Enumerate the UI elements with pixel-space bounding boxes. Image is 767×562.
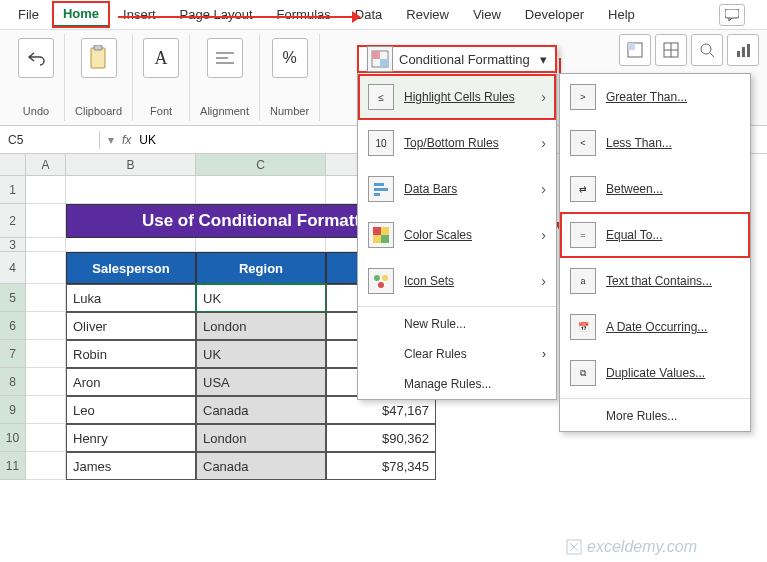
table-cell[interactable]: London <box>196 312 326 340</box>
sub-text-contains[interactable]: aText that Contains... <box>560 258 750 304</box>
cf-data-bars[interactable]: Data Bars › <box>358 166 556 212</box>
equal-icon: = <box>570 222 596 248</box>
conditional-formatting-menu: ≤ Highlight Cells Rules › 10 Top/Bottom … <box>357 45 557 400</box>
sub-date-occurring[interactable]: 📅A Date Occurring... <box>560 304 750 350</box>
svg-rect-22 <box>373 227 381 235</box>
sub-duplicate-values[interactable]: ⧉Duplicate Values... <box>560 350 750 396</box>
table-cell[interactable]: Luka <box>66 284 196 312</box>
cf-top-bottom-rules[interactable]: 10 Top/Bottom Rules › <box>358 120 556 166</box>
styles-icon[interactable] <box>619 34 651 66</box>
select-all-corner[interactable] <box>0 154 26 176</box>
row-header-4[interactable]: 4 <box>0 252 26 284</box>
svg-line-12 <box>710 53 714 57</box>
table-cell[interactable]: $90,362 <box>326 424 436 452</box>
alignment-icon[interactable] <box>207 38 243 78</box>
svg-point-27 <box>382 275 388 281</box>
conditional-formatting-button[interactable]: Conditional Formatting ▾ <box>357 45 557 73</box>
table-cell[interactable]: Canada <box>196 452 326 480</box>
row-header-7[interactable]: 7 <box>0 340 26 368</box>
table-cell[interactable]: Henry <box>66 424 196 452</box>
row-header-10[interactable]: 10 <box>0 424 26 452</box>
row-header-8[interactable]: 8 <box>0 368 26 396</box>
svg-point-28 <box>378 282 384 288</box>
row-header-2[interactable]: 2 <box>0 204 26 238</box>
cf-manage-rules[interactable]: Manage Rules... <box>358 369 556 399</box>
active-cell[interactable]: UK <box>196 284 326 312</box>
analysis-icon[interactable] <box>727 34 759 66</box>
row-header-11[interactable]: 11 <box>0 452 26 480</box>
ribbon-clipboard-label: Clipboard <box>75 105 122 117</box>
table-cell[interactable]: Aron <box>66 368 196 396</box>
cells-icon[interactable] <box>655 34 687 66</box>
col-header-c[interactable]: C <box>196 154 326 176</box>
row-header-6[interactable]: 6 <box>0 312 26 340</box>
svg-rect-7 <box>628 43 635 50</box>
cf-manage-rules-label: Manage Rules... <box>404 377 491 391</box>
table-cell[interactable]: UK <box>196 340 326 368</box>
chevron-down-icon: ▾ <box>540 52 547 67</box>
table-cell[interactable]: $78,345 <box>326 452 436 480</box>
svg-rect-15 <box>747 44 750 57</box>
cf-icon <box>367 46 393 72</box>
svg-rect-13 <box>737 51 740 57</box>
svg-point-11 <box>701 44 711 54</box>
row-header-1[interactable]: 1 <box>0 176 26 204</box>
chevron-right-icon: › <box>541 89 546 105</box>
menu-page-layout[interactable]: Page Layout <box>170 3 263 26</box>
font-icon[interactable]: A <box>143 38 179 78</box>
svg-rect-1 <box>91 48 105 68</box>
menu-developer[interactable]: Developer <box>515 3 594 26</box>
table-cell[interactable]: Oliver <box>66 312 196 340</box>
row-header-5[interactable]: 5 <box>0 284 26 312</box>
col-header-a[interactable]: A <box>26 154 66 176</box>
menu-help[interactable]: Help <box>598 3 645 26</box>
cf-color-scales[interactable]: Color Scales › <box>358 212 556 258</box>
cf-icon-sets[interactable]: Icon Sets › <box>358 258 556 304</box>
cf-topbottom-label: Top/Bottom Rules <box>404 136 499 150</box>
menu-data[interactable]: Data <box>345 3 392 26</box>
table-cell[interactable]: Leo <box>66 396 196 424</box>
sub-greater-than[interactable]: >Greater Than... <box>560 74 750 120</box>
undo-icon[interactable] <box>18 38 54 78</box>
paste-icon[interactable] <box>81 38 117 78</box>
row-header-9[interactable]: 9 <box>0 396 26 424</box>
sub-between-label: Between... <box>606 182 663 196</box>
ribbon-number-label: Number <box>270 105 309 117</box>
table-cell[interactable]: London <box>196 424 326 452</box>
name-box[interactable]: C5 <box>0 131 100 149</box>
table-cell[interactable]: USA <box>196 368 326 396</box>
highlight-rules-icon: ≤ <box>368 84 394 110</box>
highlight-cells-submenu: >Greater Than... <Less Than... ⇄Between.… <box>559 73 751 432</box>
cf-new-rule[interactable]: New Rule... <box>358 309 556 339</box>
sub-less-than[interactable]: <Less Than... <box>560 120 750 166</box>
cf-button-label: Conditional Formatting <box>399 52 530 67</box>
sub-equal-to[interactable]: =Equal To... <box>560 212 750 258</box>
table-cell[interactable]: Robin <box>66 340 196 368</box>
row-header-3[interactable]: 3 <box>0 238 26 252</box>
menu-home[interactable]: Home <box>53 2 109 27</box>
number-icon[interactable]: % <box>272 38 308 78</box>
sub-duplicate-label: Duplicate Values... <box>606 366 705 380</box>
menu-insert[interactable]: Insert <box>113 3 166 26</box>
menu-view[interactable]: View <box>463 3 511 26</box>
table-cell[interactable]: $47,167 <box>326 396 436 424</box>
header-salesperson: Salesperson <box>66 252 196 284</box>
dropdown-icon[interactable]: ▾ <box>108 133 114 147</box>
table-cell[interactable]: James <box>66 452 196 480</box>
fx-label[interactable]: fx <box>122 133 131 147</box>
table-cell[interactable]: Canada <box>196 396 326 424</box>
cf-clear-rules[interactable]: Clear Rules› <box>358 339 556 369</box>
editing-icon[interactable] <box>691 34 723 66</box>
menu-review[interactable]: Review <box>396 3 459 26</box>
comments-button[interactable] <box>719 4 745 26</box>
date-icon: 📅 <box>570 314 596 340</box>
sub-more-rules[interactable]: More Rules... <box>560 401 750 431</box>
menu-formulas[interactable]: Formulas <box>267 3 341 26</box>
col-header-b[interactable]: B <box>66 154 196 176</box>
cf-highlight-cells-rules[interactable]: ≤ Highlight Cells Rules › <box>358 74 556 120</box>
chevron-right-icon: › <box>541 273 546 289</box>
sub-between[interactable]: ⇄Between... <box>560 166 750 212</box>
cf-databars-label: Data Bars <box>404 182 457 196</box>
menu-file[interactable]: File <box>8 3 49 26</box>
duplicate-icon: ⧉ <box>570 360 596 386</box>
